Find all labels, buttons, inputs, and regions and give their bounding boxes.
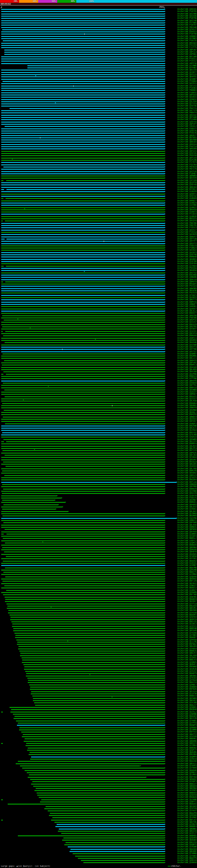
- hit-bar[interactable]: [1, 162, 164, 163]
- hit-bar[interactable]: [1, 324, 164, 325]
- hit-bar[interactable]: [5, 601, 164, 602]
- hit-bar[interactable]: [30, 752, 164, 753]
- hit-bar[interactable]: [1, 434, 164, 435]
- hit-bar[interactable]: [1, 394, 164, 395]
- hit-bar[interactable]: [3, 40, 164, 41]
- hit-bar[interactable]: [16, 640, 164, 641]
- hit-bar[interactable]: [3, 522, 164, 523]
- hit-bar[interactable]: [1, 479, 164, 480]
- hit-bar[interactable]: [1, 56, 164, 57]
- hit-bar[interactable]: [1, 570, 164, 570]
- hit-bar[interactable]: [1, 286, 164, 287]
- hit-bar[interactable]: [1, 144, 164, 145]
- hit-bar[interactable]: [2, 493, 164, 494]
- hit-bar[interactable]: [1, 124, 164, 125]
- hit-bar[interactable]: [1, 358, 164, 359]
- hit-bar[interactable]: [49, 815, 164, 816]
- hit-bar[interactable]: [37, 795, 164, 796]
- hit-bar[interactable]: [1, 9, 164, 10]
- hit-bar[interactable]: [10, 617, 164, 618]
- hit-bar[interactable]: [6, 180, 164, 181]
- hit-bar[interactable]: [34, 790, 164, 791]
- hit-bar[interactable]: [1, 468, 164, 469]
- hit-bar[interactable]: [4, 52, 164, 53]
- hit-bar[interactable]: [1, 565, 164, 566]
- hit-bar[interactable]: [23, 664, 164, 665]
- hit-fragment-bar[interactable]: [1, 331, 3, 332]
- hit-bar[interactable]: [1, 297, 164, 298]
- hit-bar[interactable]: [1, 205, 164, 206]
- hit-bar[interactable]: [41, 799, 164, 800]
- hit-bar[interactable]: [1, 398, 164, 399]
- hit-bar[interactable]: [1, 511, 68, 512]
- hit-bar[interactable]: [1, 200, 164, 202]
- hit-bar[interactable]: [13, 718, 164, 719]
- hit-bar[interactable]: [1, 349, 164, 350]
- hit-bar[interactable]: [21, 732, 164, 733]
- hit-bar[interactable]: [2, 450, 164, 451]
- hit-bar[interactable]: [2, 500, 54, 501]
- hit-bar[interactable]: [15, 637, 164, 638]
- hit-bar[interactable]: [1, 140, 164, 141]
- hit-bar[interactable]: [4, 360, 164, 361]
- hit-bar[interactable]: [4, 410, 164, 411]
- hit-bar[interactable]: [1, 20, 164, 21]
- hit-bar[interactable]: [1, 115, 164, 116]
- hit-bar[interactable]: [17, 725, 164, 726]
- hit-fragment-bar[interactable]: [1, 220, 3, 221]
- hit-bar[interactable]: [1, 128, 164, 129]
- hit-bar[interactable]: [1, 491, 164, 492]
- hit-fragment-bar[interactable]: [1, 266, 4, 267]
- hit-bar[interactable]: [5, 455, 164, 456]
- hit-bar[interactable]: [61, 833, 164, 834]
- hit-bar[interactable]: [3, 335, 164, 336]
- hit-bar[interactable]: [1, 99, 164, 100]
- hit-bar[interactable]: [7, 606, 164, 607]
- hit-bar[interactable]: [19, 730, 164, 731]
- hit-bar[interactable]: [14, 633, 164, 634]
- hit-bar[interactable]: [23, 734, 164, 735]
- hit-bar[interactable]: [1, 261, 164, 262]
- hit-bar[interactable]: [58, 831, 164, 832]
- hit-bar[interactable]: [1, 153, 164, 154]
- hit-bar[interactable]: [1, 243, 164, 244]
- hit-bar[interactable]: [1, 160, 164, 161]
- hit-bar[interactable]: [70, 849, 164, 850]
- hit-bar[interactable]: [1, 268, 164, 269]
- hit-bar[interactable]: [5, 599, 164, 600]
- hit-bar[interactable]: [5, 198, 164, 199]
- hit-bar[interactable]: [56, 826, 164, 827]
- hit-bar[interactable]: [6, 239, 164, 240]
- hit-bar[interactable]: [1, 101, 164, 102]
- hit-bar[interactable]: [5, 577, 164, 577]
- hit-bar[interactable]: [27, 750, 164, 751]
- hit-bar[interactable]: [1, 574, 164, 575]
- hit-fragment-bar[interactable]: [1, 198, 3, 199]
- hit-bar[interactable]: [1, 588, 164, 588]
- hit-bar[interactable]: [1, 520, 164, 521]
- hit-bar[interactable]: [1, 232, 164, 233]
- hit-bar[interactable]: [3, 371, 164, 372]
- hit-bar[interactable]: [10, 619, 164, 620]
- hit-bar[interactable]: [8, 613, 164, 613]
- hit-bar[interactable]: [1, 340, 164, 341]
- hit-bar[interactable]: [1, 311, 164, 312]
- hit-bar[interactable]: [1, 531, 164, 532]
- hit-bar[interactable]: [3, 462, 164, 463]
- hit-bar[interactable]: [1, 333, 164, 334]
- hit-bar[interactable]: [1, 76, 164, 77]
- hit-bar[interactable]: [1, 218, 164, 219]
- hit-bar[interactable]: [1, 196, 164, 197]
- hit-bar[interactable]: [30, 759, 164, 760]
- hit-fragment-bar[interactable]: [1, 534, 4, 534]
- hit-bar[interactable]: [26, 676, 164, 677]
- hit-bar[interactable]: [1, 90, 164, 91]
- hit-bar[interactable]: [1, 148, 164, 149]
- hit-bar[interactable]: [1, 290, 164, 291]
- hit-bar[interactable]: [1, 194, 164, 195]
- hit-bar[interactable]: [1, 302, 164, 303]
- hit-bar[interactable]: [1, 453, 164, 454]
- hit-bar[interactable]: [16, 763, 164, 764]
- hit-bar[interactable]: [27, 772, 164, 773]
- hit-bar[interactable]: [1, 225, 164, 226]
